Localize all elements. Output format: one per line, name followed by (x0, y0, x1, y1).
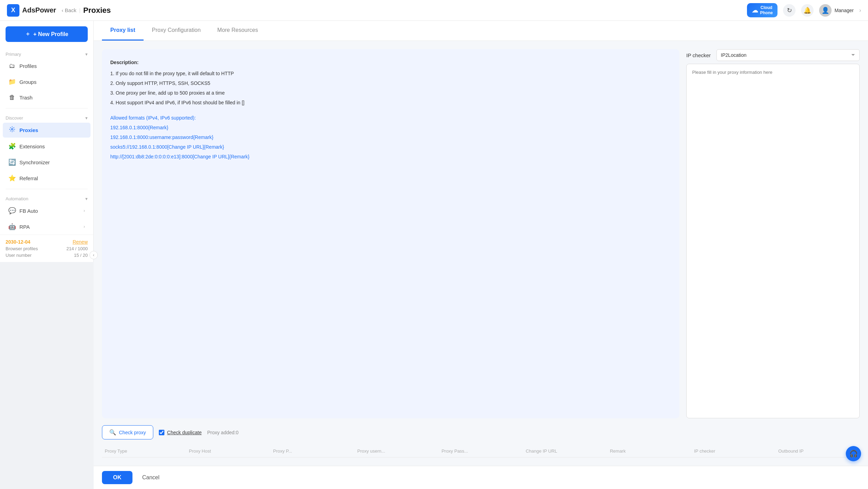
sidebar-item-groups[interactable]: 📁 Groups (3, 75, 91, 89)
tab-more-resources[interactable]: More Resources (209, 21, 266, 41)
fb-auto-chevron: › (84, 208, 85, 213)
desc-item-2: 2. Only support HTTP, HTTPS, SSH, SOCKS5 (110, 78, 671, 88)
primary-chevron: ▾ (85, 52, 88, 57)
col-proxy-type: Proxy Type (102, 448, 186, 454)
extensions-icon: 🧩 (8, 142, 16, 150)
col-ip-checker: IP checker (691, 448, 775, 454)
ip-checker-label: IP checker (686, 52, 711, 58)
sidebar-divider-2 (6, 189, 88, 189)
ip-checker-select[interactable]: IP2Location ipinfo.io ip-api.com (716, 49, 860, 61)
tabs-bar: Proxy list Proxy Configuration More Reso… (94, 21, 868, 41)
header-right: ☁ Cloud Phone ↻ 🔔 👤 Manager › (747, 3, 861, 17)
sidebar-item-synchronizer-label: Synchronizer (19, 159, 50, 165)
check-duplicate-label[interactable]: Check duplicate (167, 430, 202, 435)
check-duplicate-row: Check duplicate (159, 430, 202, 435)
tab-proxy-list[interactable]: Proxy list (102, 21, 144, 41)
discover-section-label: Discover ▾ (0, 111, 93, 122)
proxy-body: Description: 1. If you do not fill in th… (102, 49, 860, 418)
header-left: X AdsPower ‹ Back | Proxies (7, 4, 111, 17)
new-profile-label: + New Profile (33, 31, 68, 37)
sidebar-item-referral[interactable]: ⭐ Referral (3, 171, 91, 185)
cloud-phone-icon: ☁ (752, 7, 758, 14)
rpa-icon: 🤖 (8, 223, 16, 230)
sidebar-item-fb-auto[interactable]: 💬 FB Auto › (3, 203, 91, 218)
proxy-table: Proxy Type Proxy Host Proxy P... Proxy u… (102, 445, 860, 457)
sidebar-wrapper: ＋ + New Profile Primary ▾ 🗂 Profiles 📁 G… (0, 21, 94, 489)
page-title: Proxies (83, 6, 111, 15)
refresh-button[interactable]: ↻ (783, 4, 796, 17)
cancel-button[interactable]: Cancel (137, 471, 165, 484)
svg-point-0 (11, 129, 13, 130)
header: X AdsPower ‹ Back | Proxies ☁ Cloud Phon… (0, 0, 868, 21)
discover-chevron: ▾ (85, 115, 88, 121)
help-button[interactable]: 🎧 (846, 446, 861, 461)
renew-link[interactable]: Renew (72, 239, 88, 245)
user-info: 👤 Manager (819, 4, 853, 17)
synchronizer-icon: 🔄 (8, 158, 16, 166)
expand-icon[interactable]: › (859, 7, 861, 14)
automation-chevron: ▾ (85, 196, 88, 201)
format-3: socks5://192.168.0.1:8000[Change IP URL]… (110, 142, 671, 152)
proxy-input-area: IP checker IP2Location ipinfo.io ip-api.… (686, 49, 860, 418)
check-duplicate-checkbox[interactable] (159, 430, 164, 435)
check-proxy-button[interactable]: 🔍 Check proxy (102, 425, 153, 439)
table-header: Proxy Type Proxy Host Proxy P... Proxy u… (102, 445, 860, 457)
automation-section-label: Automation ▾ (0, 192, 93, 203)
sidebar-item-extensions-label: Extensions (19, 143, 45, 149)
sidebar-item-referral-label: Referral (19, 175, 38, 181)
sidebar-item-rpa-label: RPA (19, 224, 30, 230)
sidebar-item-rpa[interactable]: 🤖 RPA › (3, 219, 91, 234)
sidebar-item-trash[interactable]: 🗑 Trash (3, 90, 91, 105)
sidebar-collapse-button[interactable]: ‹ (89, 251, 98, 259)
trash-icon: 🗑 (8, 94, 16, 101)
fb-auto-icon: 💬 (8, 207, 16, 215)
rpa-chevron: › (84, 224, 85, 229)
referral-icon: ⭐ (8, 174, 16, 182)
sidebar-item-trash-label: Trash (19, 95, 33, 101)
primary-section-label: Primary ▾ (0, 47, 93, 58)
main-layout: ＋ + New Profile Primary ▾ 🗂 Profiles 📁 G… (0, 21, 868, 489)
col-proxy-username: Proxy usern... (354, 448, 439, 454)
sidebar-item-groups-label: Groups (19, 79, 36, 85)
proxy-textarea[interactable] (686, 64, 860, 418)
sidebar: ＋ + New Profile Primary ▾ 🗂 Profiles 📁 G… (0, 21, 94, 262)
desc-item-3: 3. One proxy per line, add up to 500 pro… (110, 88, 671, 98)
format-4: http://[2001:db8:2de:0:0:0:0:e13]:8000[C… (110, 152, 671, 161)
col-change-ip-url: Change IP URL (523, 448, 607, 454)
col-remark: Remark (607, 448, 691, 454)
cloud-phone-label: Cloud Phone (760, 5, 773, 15)
user-number-stat: User number 15 / 20 (6, 253, 88, 258)
description-box: Description: 1. If you do not fill in th… (102, 49, 679, 418)
cloud-phone-button[interactable]: ☁ Cloud Phone (747, 3, 778, 17)
back-button[interactable]: ‹ Back (62, 7, 76, 13)
formats-label: Allowed formats (IPv4, IPv6 supported): … (110, 113, 671, 161)
sidebar-item-synchronizer[interactable]: 🔄 Synchronizer (3, 155, 91, 169)
desc-item-4: 4. Host support IPv4 and IPv6, if IPv6 h… (110, 98, 671, 107)
col-proxy-port: Proxy P... (270, 448, 355, 454)
sidebar-footer: 2030-12-04 Renew Browser profiles 214 / … (0, 235, 93, 262)
logo-icon: X (7, 4, 19, 17)
sidebar-item-profiles-label: Profiles (19, 63, 37, 69)
tab-proxy-config[interactable]: Proxy Configuration (144, 21, 209, 41)
sidebar-item-profiles[interactable]: 🗂 Profiles (3, 59, 91, 73)
ok-button[interactable]: OK (102, 471, 132, 484)
new-profile-button[interactable]: ＋ + New Profile (6, 26, 88, 42)
groups-icon: 📁 (8, 78, 16, 86)
proxy-added-count: Proxy added:0 (207, 430, 238, 435)
notification-button[interactable]: 🔔 (801, 4, 814, 17)
expiry-date: 2030-12-04 (6, 239, 31, 245)
logo: X AdsPower (7, 4, 56, 17)
sidebar-item-proxies[interactable]: Proxies (3, 123, 91, 138)
footer: OK Cancel (94, 466, 868, 489)
format-1: 192.168.0.1:8000{Remark} (110, 123, 671, 132)
check-proxy-label: Check proxy (119, 430, 146, 435)
col-proxy-password: Proxy Pass... (439, 448, 523, 454)
sidebar-divider-1 (6, 108, 88, 108)
sidebar-item-fb-auto-label: FB Auto (19, 208, 38, 214)
sidebar-item-extensions[interactable]: 🧩 Extensions (3, 139, 91, 154)
desc-title: Description: (110, 58, 671, 67)
search-circle-icon: 🔍 (109, 429, 116, 436)
avatar: 👤 (819, 4, 832, 17)
header-nav: ‹ Back | Proxies (62, 6, 111, 15)
logo-text: AdsPower (22, 6, 56, 14)
